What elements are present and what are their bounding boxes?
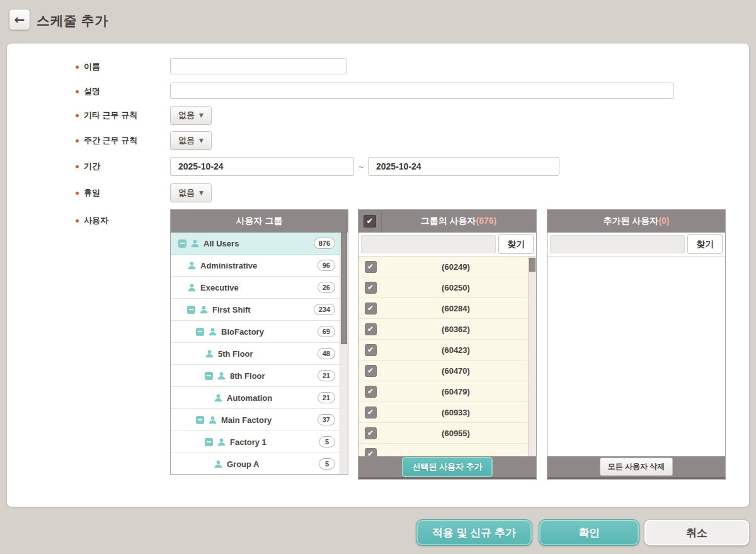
tree-item-first-shift[interactable]: First Shift234 bbox=[171, 299, 348, 321]
user-checkbox[interactable]: ✔ bbox=[365, 407, 377, 418]
user-id-label: (60933) bbox=[384, 408, 536, 417]
required-dot bbox=[76, 139, 79, 142]
tree-scrollbar[interactable] bbox=[340, 233, 348, 474]
user-group-icon bbox=[217, 437, 226, 447]
confirm-button[interactable]: 확인 bbox=[539, 519, 639, 546]
user-checkbox[interactable]: ✔ bbox=[365, 365, 377, 377]
user-checkbox[interactable]: ✔ bbox=[365, 344, 377, 356]
add-selected-users-button[interactable]: 선택된 사용자 추가 bbox=[402, 457, 492, 477]
user-checkbox-cell: ✔ bbox=[358, 261, 384, 273]
tree-item-biofactory[interactable]: BioFactory69 bbox=[171, 321, 348, 343]
user-group-icon bbox=[217, 371, 226, 381]
period-end-input[interactable] bbox=[368, 157, 559, 176]
period-separator: ~ bbox=[358, 162, 364, 172]
user-id-label: (60284) bbox=[384, 304, 536, 313]
user-id-label: (60423) bbox=[384, 345, 536, 355]
holiday-dropdown[interactable]: 없음 ▼ bbox=[170, 183, 212, 202]
weekly-shift-rule-label-row: 주간 근무 규칙 bbox=[76, 131, 137, 150]
group-user-row[interactable]: ✔(60479) bbox=[358, 381, 536, 402]
added-users-list bbox=[547, 257, 725, 458]
user-checkbox[interactable]: ✔ bbox=[365, 386, 377, 398]
period-start-input[interactable] bbox=[170, 157, 354, 176]
tree-scrollbar-thumb[interactable] bbox=[341, 233, 347, 344]
group-users-list: ✔(60249)✔(60250)✔(60284)✔(60362)✔(60423)… bbox=[358, 257, 536, 458]
user-checkbox[interactable]: ✔ bbox=[365, 282, 377, 294]
apply-and-add-new-button[interactable]: 적용 및 신규 추가 bbox=[416, 519, 532, 546]
user-group-icon bbox=[208, 327, 217, 337]
group-user-row[interactable]: ✔(60955) bbox=[358, 423, 536, 444]
description-input[interactable] bbox=[170, 83, 674, 99]
group-users-panel-title: 그룹의 사용자(876) bbox=[381, 216, 536, 227]
name-input[interactable] bbox=[170, 58, 346, 74]
other-shift-rule-label-row: 기타 근무 규칙 bbox=[76, 106, 137, 125]
tree-item-automation[interactable]: Automation21 bbox=[171, 387, 348, 409]
back-button[interactable]: ← bbox=[9, 9, 30, 30]
added-users-find-button[interactable]: 찾기 bbox=[687, 234, 723, 254]
collapse-minus-icon[interactable] bbox=[178, 239, 186, 248]
user-checkbox[interactable]: ✔ bbox=[365, 303, 377, 315]
user-count-badge: 876 bbox=[314, 238, 335, 249]
group-user-row[interactable]: ✔ bbox=[358, 444, 536, 458]
weekly-shift-rule-dropdown[interactable]: 없음 ▼ bbox=[170, 131, 212, 150]
user-group-panel: 사용자 그룹 All Users876Administrative96Execu… bbox=[170, 209, 348, 475]
user-checkbox[interactable]: ✔ bbox=[365, 261, 377, 273]
user-count-badge: 26 bbox=[318, 282, 335, 293]
tree-item-factory-1[interactable]: Factory 15 bbox=[171, 431, 348, 453]
chevron-down-icon: ▼ bbox=[199, 190, 203, 196]
group-user-row[interactable]: ✔(60249) bbox=[358, 257, 536, 277]
user-group-icon bbox=[199, 305, 209, 315]
group-users-scrollbar-thumb[interactable] bbox=[529, 258, 536, 272]
added-users-panel-title: 추가된 사용자(0) bbox=[547, 216, 725, 227]
tree-item-administrative[interactable]: Administrative96 bbox=[171, 255, 348, 277]
collapse-minus-icon[interactable] bbox=[205, 438, 213, 446]
tree-item-label: Executive bbox=[200, 283, 239, 292]
other-shift-rule-value: 없음 bbox=[178, 110, 195, 121]
user-checkbox[interactable]: ✔ bbox=[365, 323, 377, 335]
tree-item-8th-floor[interactable]: 8th Floor21 bbox=[171, 365, 348, 387]
tree-item-executive[interactable]: Executive26 bbox=[171, 277, 348, 299]
user-id-label: (60249) bbox=[384, 262, 536, 272]
delete-all-users-button[interactable]: 모든 사용자 삭제 bbox=[600, 458, 673, 476]
holiday-label: 휴일 bbox=[84, 187, 100, 199]
group-user-row[interactable]: ✔(60423) bbox=[358, 340, 536, 361]
group-users-search-input[interactable] bbox=[361, 235, 496, 253]
user-group-icon bbox=[187, 283, 197, 292]
group-user-row[interactable]: ✔(60470) bbox=[358, 361, 536, 381]
tree-item-all-users[interactable]: All Users876 bbox=[171, 233, 348, 255]
collapse-minus-icon[interactable] bbox=[196, 416, 204, 424]
collapse-minus-icon[interactable] bbox=[196, 328, 204, 336]
collapse-minus-icon[interactable] bbox=[205, 372, 213, 380]
group-user-row[interactable]: ✔(60933) bbox=[358, 402, 536, 423]
added-users-panel-header: 추가된 사용자(0) bbox=[547, 210, 725, 233]
group-users-title-text: 그룹의 사용자 bbox=[421, 216, 476, 226]
group-user-row[interactable]: ✔(60284) bbox=[358, 298, 536, 319]
group-user-row[interactable]: ✔(60250) bbox=[358, 277, 536, 298]
tree-item-label: Administrative bbox=[200, 261, 257, 270]
group-users-scrollbar[interactable] bbox=[528, 257, 536, 458]
tree-item-label: 5th Floor bbox=[218, 349, 253, 359]
group-users-find-button[interactable]: 찾기 bbox=[498, 234, 534, 254]
group-user-row[interactable]: ✔(60362) bbox=[358, 319, 536, 340]
tree-item-group-a[interactable]: Group A5 bbox=[171, 453, 348, 474]
user-group-icon bbox=[205, 349, 214, 359]
group-users-search-row: 찾기 bbox=[358, 233, 536, 257]
tree-item-5th-floor[interactable]: 5th Floor48 bbox=[171, 343, 348, 365]
user-checkbox-cell: ✔ bbox=[358, 344, 384, 356]
other-shift-rule-dropdown[interactable]: 없음 ▼ bbox=[170, 106, 212, 125]
required-dot bbox=[76, 165, 79, 168]
user-count-badge: 234 bbox=[314, 304, 335, 315]
page-title: 스케줄 추가 bbox=[37, 12, 108, 30]
user-checkbox[interactable]: ✔ bbox=[365, 427, 377, 439]
weekly-shift-rule-value: 없음 bbox=[178, 135, 195, 146]
user-group-tree: All Users876Administrative96Executive26F… bbox=[171, 233, 348, 474]
user-id-label: (60955) bbox=[384, 429, 536, 438]
tree-item-main-factory[interactable]: Main Factory37 bbox=[171, 409, 348, 431]
description-label: 설명 bbox=[84, 86, 100, 97]
user-checkbox-cell: ✔ bbox=[358, 427, 384, 439]
select-all-checkbox[interactable]: ✔ bbox=[364, 215, 376, 228]
group-users-panel-header: ✔ 그룹의 사용자(876) bbox=[358, 210, 536, 233]
collapse-minus-icon[interactable] bbox=[187, 306, 195, 314]
added-users-search-input[interactable] bbox=[550, 235, 685, 253]
cancel-button[interactable]: 취소 bbox=[644, 519, 750, 546]
user-group-icon bbox=[214, 393, 223, 403]
